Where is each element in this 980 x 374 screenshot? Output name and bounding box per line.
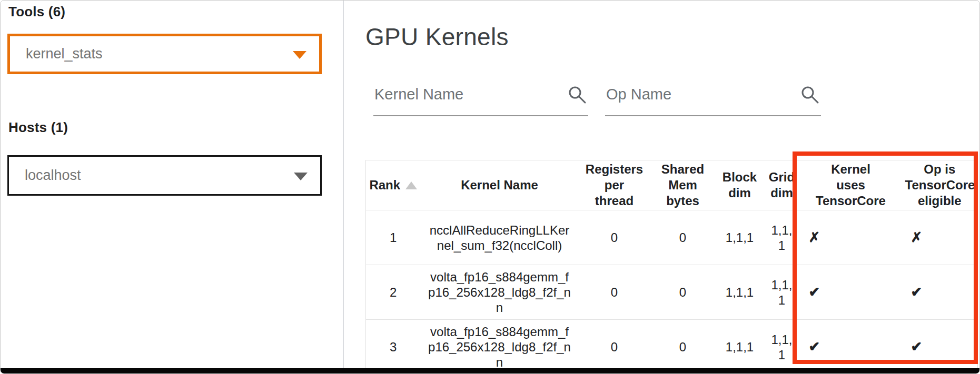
window-bottom-edge (1, 368, 980, 373)
column-header-kernel-uses-tensorcore[interactable]: Kernel uses TensorCore (800, 160, 902, 210)
column-header-block-dim[interactable]: Block dim (716, 160, 764, 210)
column-header-rank[interactable]: Rank (366, 160, 421, 210)
kernel-uses-tensorcore-cell: ✔ (800, 265, 902, 320)
block-dim-cell: 1,1,1 (716, 320, 764, 374)
op-tensorcore-eligible-cell: ✗ (902, 210, 978, 265)
grid-dim-cell: 1,1,1 (764, 265, 800, 320)
op-name-filter-input[interactable] (605, 78, 796, 103)
op-tensorcore-eligible-cell: ✔ (902, 265, 978, 320)
kernel-stats-table: Rank Kernel Name Registers per thread Sh… (365, 160, 978, 374)
block-dim-cell: 1,1,1 (716, 265, 764, 320)
op-tensorcore-eligible-cell: ✔ (902, 320, 978, 374)
registers-cell: 0 (579, 320, 650, 374)
shared-mem-cell: 0 (650, 320, 716, 374)
sort-ascending-icon (405, 181, 417, 189)
table-row: 1 ncclAllReduceRingLLKernel_sum_f32(nccl… (366, 210, 978, 265)
column-header-op-is-tensorcore-eligible[interactable]: Op is TensorCore eligible (902, 160, 978, 210)
column-header-kernel-name[interactable]: Kernel Name (421, 160, 579, 210)
hosts-select[interactable]: localhost (7, 155, 322, 196)
kernel-name-filter-field (373, 78, 588, 116)
rank-cell: 1 (366, 210, 421, 265)
registers-cell: 0 (579, 210, 650, 265)
hosts-selected-value: localhost (9, 167, 81, 184)
tools-section-label: Tools (6) (8, 4, 65, 20)
tools-selected-value: kernel_stats (10, 46, 103, 62)
chevron-down-icon (293, 51, 306, 59)
sidebar-divider (343, 1, 344, 374)
kernel-name-cell: volta_fp16_s884gemm_fp16_256x128_ldg8_f2… (421, 320, 579, 374)
kernel-name-cell: volta_fp16_s884gemm_fp16_256x128_ldg8_f2… (421, 265, 579, 320)
block-dim-cell: 1,1,1 (716, 210, 764, 265)
hosts-section-label: Hosts (1) (8, 119, 68, 136)
grid-dim-cell: 1,1,1 (764, 210, 800, 265)
table-row: 2 volta_fp16_s884gemm_fp16_256x128_ldg8_… (366, 265, 978, 320)
page-title: GPU Kernels (365, 23, 509, 51)
kernel-name-cell: ncclAllReduceRingLLKernel_sum_f32(ncclCo… (421, 210, 579, 265)
column-header-shared-mem-bytes[interactable]: Shared Mem bytes (650, 160, 716, 210)
column-header-grid-dim[interactable]: Grid dim (764, 160, 800, 210)
kernel-name-filter-input[interactable] (373, 78, 563, 103)
shared-mem-cell: 0 (650, 210, 716, 265)
table-header-row: Rank Kernel Name Registers per thread Sh… (366, 160, 978, 210)
search-icon (800, 85, 820, 105)
tools-select[interactable]: kernel_stats (7, 34, 322, 74)
column-header-registers-per-thread[interactable]: Registers per thread (579, 160, 650, 210)
kernel-uses-tensorcore-cell: ✔ (800, 320, 902, 374)
profiler-page: Tools (6) kernel_stats Hosts (1) localho… (0, 0, 980, 374)
grid-dim-cell: 1,1,1 (764, 320, 800, 374)
chevron-down-icon (294, 173, 308, 180)
rank-cell: 2 (366, 265, 421, 320)
rank-cell: 3 (366, 320, 421, 374)
table-row: 3 volta_fp16_s884gemm_fp16_256x128_ldg8_… (366, 320, 978, 374)
op-name-filter-field (605, 78, 821, 116)
kernel-uses-tensorcore-cell: ✗ (800, 210, 902, 265)
search-icon (567, 85, 587, 105)
registers-cell: 0 (579, 265, 650, 320)
shared-mem-cell: 0 (650, 265, 716, 320)
